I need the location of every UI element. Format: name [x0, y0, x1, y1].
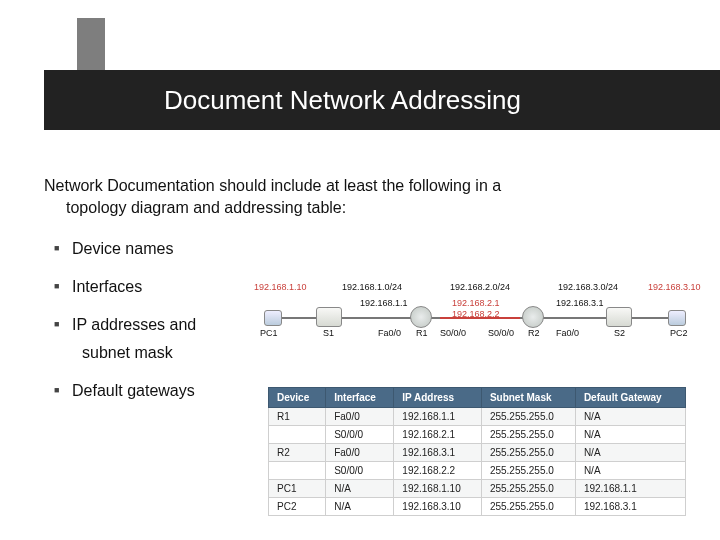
- table-row: S0/0/0192.168.2.2255.255.255.0N/A: [269, 462, 686, 480]
- table-row: R2Fa0/0192.168.3.1255.255.255.0N/A: [269, 444, 686, 462]
- r2-label: R2: [528, 328, 540, 338]
- pc1-ip-label: 192.168.1.10: [254, 282, 307, 292]
- table-cell: PC1: [269, 480, 326, 498]
- table-row: R1Fa0/0192.168.1.1255.255.255.0N/A: [269, 408, 686, 426]
- intro-text: Network Documentation should include at …: [44, 175, 676, 218]
- fa00a-label: Fa0/0: [378, 328, 401, 338]
- wan1-ip-label: 192.168.2.1: [452, 298, 500, 308]
- th-interface: Interface: [326, 388, 394, 408]
- bullet-item: Device names: [54, 240, 676, 258]
- table-cell: N/A: [575, 444, 685, 462]
- table-cell: N/A: [575, 462, 685, 480]
- pc1-label: PC1: [260, 328, 278, 338]
- table-cell: Fa0/0: [326, 444, 394, 462]
- table-row: PC2N/A192.168.3.10255.255.255.0192.168.3…: [269, 498, 686, 516]
- pc2-label: PC2: [670, 328, 688, 338]
- table-cell: 192.168.1.1: [575, 480, 685, 498]
- switch-s2-icon: [606, 307, 632, 327]
- table-cell: 192.168.3.1: [575, 498, 685, 516]
- table-cell: [269, 426, 326, 444]
- table-cell: 255.255.255.0: [481, 498, 575, 516]
- table-cell: 255.255.255.0: [481, 426, 575, 444]
- s2-label: S2: [614, 328, 625, 338]
- page-title: Document Network Addressing: [164, 85, 521, 116]
- table-cell: 255.255.255.0: [481, 408, 575, 426]
- table-cell: 192.168.2.1: [394, 426, 482, 444]
- table-cell: N/A: [326, 480, 394, 498]
- s000a-label: S0/0/0: [440, 328, 466, 338]
- table-row: PC1N/A192.168.1.10255.255.255.0192.168.1…: [269, 480, 686, 498]
- fa00b-label: Fa0/0: [556, 328, 579, 338]
- net1-label: 192.168.1.0/24: [342, 282, 402, 292]
- table-cell: R1: [269, 408, 326, 426]
- accent-bar: [77, 18, 105, 70]
- table-cell: 192.168.1.10: [394, 480, 482, 498]
- title-band: Document Network Addressing: [44, 70, 720, 130]
- net3-label: 192.168.3.0/24: [558, 282, 618, 292]
- table-cell: 192.168.3.1: [394, 444, 482, 462]
- table-cell: 255.255.255.0: [481, 462, 575, 480]
- s1-label: S1: [323, 328, 334, 338]
- pc1-icon: [264, 310, 282, 326]
- table-cell: 192.168.2.2: [394, 462, 482, 480]
- th-mask: Subnet Mask: [481, 388, 575, 408]
- th-gateway: Default Gateway: [575, 388, 685, 408]
- intro-line-1: Network Documentation should include at …: [44, 175, 646, 197]
- s000b-label: S0/0/0: [488, 328, 514, 338]
- r1-label: R1: [416, 328, 428, 338]
- table-cell: Fa0/0: [326, 408, 394, 426]
- topology-diagram: 192.168.1.10 192.168.1.0/24 192.168.2.0/…: [260, 282, 690, 342]
- table-cell: N/A: [326, 498, 394, 516]
- net2-label: 192.168.2.0/24: [450, 282, 510, 292]
- table-cell: 192.168.3.10: [394, 498, 482, 516]
- pc2-icon: [668, 310, 686, 326]
- bullet-sub: subnet mask: [54, 344, 676, 362]
- pc2-ip-label: 192.168.3.10: [648, 282, 701, 292]
- table-cell: S0/0/0: [326, 426, 394, 444]
- router-r2-icon: [522, 306, 544, 328]
- table-cell: N/A: [575, 426, 685, 444]
- table-cell: PC2: [269, 498, 326, 516]
- table-header-row: Device Interface IP Address Subnet Mask …: [269, 388, 686, 408]
- addressing-table: Device Interface IP Address Subnet Mask …: [268, 387, 686, 516]
- lan1-ip-label: 192.168.1.1: [360, 298, 408, 308]
- table-cell: 255.255.255.0: [481, 480, 575, 498]
- table-cell: N/A: [575, 408, 685, 426]
- table-cell: 255.255.255.0: [481, 444, 575, 462]
- table-cell: [269, 462, 326, 480]
- router-r1-icon: [410, 306, 432, 328]
- table-cell: 192.168.1.1: [394, 408, 482, 426]
- table-row: S0/0/0192.168.2.1255.255.255.0N/A: [269, 426, 686, 444]
- th-ip: IP Address: [394, 388, 482, 408]
- table-cell: S0/0/0: [326, 462, 394, 480]
- table-cell: R2: [269, 444, 326, 462]
- switch-s1-icon: [316, 307, 342, 327]
- th-device: Device: [269, 388, 326, 408]
- intro-line-2: topology diagram and addressing table:: [44, 197, 646, 219]
- serial-link: [440, 317, 520, 319]
- lan2-ip-label: 192.168.3.1: [556, 298, 604, 308]
